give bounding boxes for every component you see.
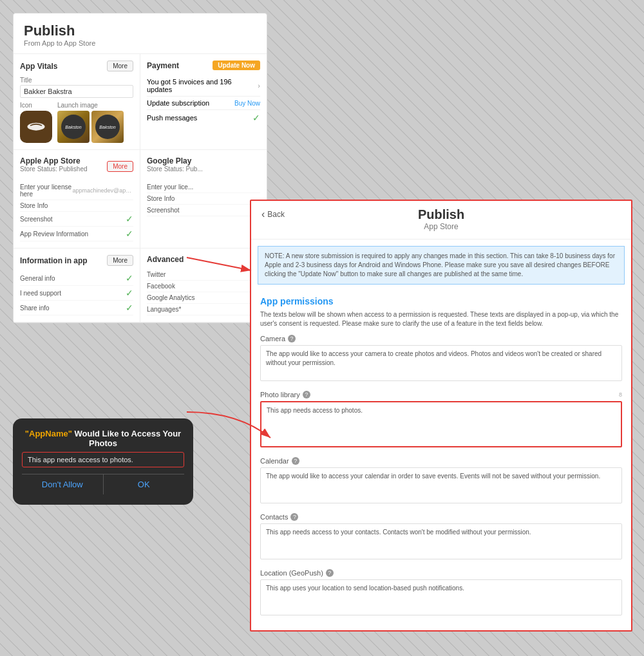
apple-review-check-icon: ✓ [126,229,133,239]
back-arrow-icon: ‹ [261,209,265,220]
subscription-buy-link[interactable]: Buy Now [234,100,260,107]
languages-label: Languages* [147,306,181,313]
twitter-label: Twitter [147,271,166,278]
apple-store-info-row: Store Info [20,200,133,212]
apple-store-header: Apple App Store Store Status: Published … [20,156,133,176]
icon-label: Icon [20,102,52,109]
subscription-row: Update subscription Buy Now [147,97,260,110]
app-vitals-more-btn[interactable]: More [107,61,133,71]
google-play-section: Google Play Store Status: Pub... Enter y… [140,150,267,248]
popup-title: "AppName" Would Like to Access Your Phot… [22,429,184,448]
support-label: I need support [20,290,61,297]
camera-textarea[interactable] [260,345,622,381]
invoices-arrow-icon: › [258,82,260,89]
apple-store-info: Store Info [20,202,48,209]
app-icon [20,111,52,143]
google-play-status: Store Status: Pub... [147,165,203,173]
apple-license-value: appmachinedev@appmachi... [73,187,133,194]
google-license-label: Enter your lice... [147,183,193,191]
camera-field: Camera ? [260,335,622,383]
location-label: Location (GeoPush) [260,569,323,577]
photo-textarea[interactable] [260,401,622,447]
information-section: Information in app More General info ✓ I… [14,248,140,322]
icon-launch-row: Icon Launch image Bakston [20,102,133,143]
google-license-row: Enter your lice... [147,182,260,193]
share-info-row: Share info ✓ [20,301,133,315]
payment-header: Payment Update Now [147,61,260,70]
update-now-btn[interactable]: Update Now [213,61,260,70]
google-store-info-row: Store Info [147,193,260,205]
contacts-textarea[interactable] [260,523,622,559]
main-panel-subtitle: App Store [251,222,631,236]
twitter-row: Twitter [147,269,260,281]
bottom-panels-row: Information in app More General info ✓ I… [14,248,267,323]
invoices-row: You got 5 invoices and 196 updates › [147,75,260,97]
app-vitals-header: App Vitals More [20,61,133,71]
camera-label-row: Camera ? [260,335,622,342]
google-store-info: Store Info [147,195,175,202]
left-panel: Publish From App to App Store App Vitals… [13,13,267,323]
publish-header: Publish From App to App Store [14,14,267,54]
back-button[interactable]: ‹ Back [261,209,285,220]
general-info: General info [20,275,55,282]
push-row: Push messages ✓ [147,110,260,126]
apple-review-row: App Review Information ✓ [20,227,133,241]
title-label: Title [20,77,133,84]
calendar-label: Calendar [260,457,289,465]
apple-store-title: Apple App Store [20,156,88,165]
apple-screenshot-row: Screenshot ✓ [20,212,133,227]
launch-img-inner-2: Bakston [95,115,120,139]
location-textarea[interactable] [260,579,622,615]
location-help-icon[interactable]: ? [326,569,334,577]
location-label-row: Location (GeoPush) ? [260,569,622,577]
permissions-title: App permissions [260,296,622,306]
main-panel: ‹ Back Publish App Store NOTE: A new sto… [250,200,632,632]
share-info-check-icon: ✓ [126,303,133,313]
contacts-help-icon[interactable]: ? [290,513,298,521]
photo-help-icon[interactable]: ? [303,391,310,398]
push-label: Push messages [147,114,197,122]
main-panel-header: Publish App Store [251,207,631,236]
launch-images: Bakston Bakston [57,111,124,143]
popup-deny-btn[interactable]: Don't Allow [22,474,104,494]
app-vitals-title: App Vitals [20,62,57,71]
information-more-btn[interactable]: More [107,255,133,266]
camera-help-icon[interactable]: ? [288,335,296,342]
launch-label: Launch image [57,102,124,109]
google-analytics-row: Google Analytics [147,292,260,304]
apple-screenshot-check-icon: ✓ [126,214,133,224]
contacts-label-row: Contacts ? [260,513,622,521]
google-play-title: Google Play [147,156,203,165]
icon-area: Icon [20,102,52,143]
calendar-textarea[interactable] [260,467,622,503]
apple-store-more-btn[interactable]: More [107,161,133,172]
page-title: Publish [24,23,256,39]
popup-title-part: Would Like to Access Your Photos [72,429,181,448]
information-title: Information in app [20,256,88,265]
apple-store-section: Apple App Store Store Status: Published … [14,150,140,248]
google-screenshot-row: Screenshot [147,205,260,216]
photo-label-row: Photo library ? 8 [260,391,622,398]
main-panel-divider [251,239,631,239]
popup-message: This app needs access to photos. [22,452,184,467]
support-row: I need support ✓ [20,286,133,301]
contacts-field: Contacts ? [260,513,622,561]
payment-section: Payment Update Now You got 5 invoices an… [140,54,267,149]
launch-img-text-2: Bakston [99,125,115,129]
permissions-scroll-area[interactable]: App permissions The texts below will be … [251,291,631,630]
popup-ok-btn[interactable]: OK [104,474,185,494]
main-panel-title: Publish [251,207,631,222]
note-box: NOTE: A new store submission is required… [258,246,625,285]
facebook-row: Facebook [147,281,260,292]
location-field: Location (GeoPush) ? [260,569,622,617]
apple-license-row: Enter your license here appmachinedev@ap… [20,182,133,200]
advanced-header: Advanced [147,255,260,264]
calendar-label-row: Calendar ? [260,457,622,465]
calendar-help-icon[interactable]: ? [292,457,299,465]
contacts-label: Contacts [260,513,288,521]
permissions-desc: The texts below will be shown when acces… [260,310,622,328]
popup-app-name: "AppName" [25,429,72,438]
phone-popup: "AppName" Would Like to Access Your Phot… [13,418,193,505]
google-play-header: Google Play Store Status: Pub... [147,156,260,176]
calendar-field: Calendar ? [260,457,622,505]
